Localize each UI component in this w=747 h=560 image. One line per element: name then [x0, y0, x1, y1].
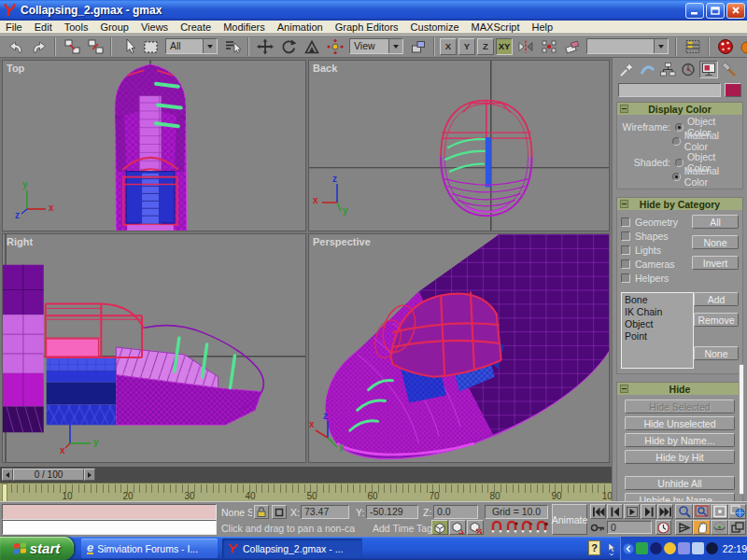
motion-tab-icon[interactable] [679, 61, 698, 78]
zoom-extents-icon[interactable] [711, 504, 728, 519]
maxscript-listener-bottom[interactable] [2, 520, 217, 535]
list-item[interactable]: Point [625, 330, 690, 343]
tray-time[interactable]: 22:19 [723, 543, 747, 554]
shaded-object-color-radio[interactable] [675, 159, 684, 167]
named-selection-dropdown[interactable] [586, 38, 669, 54]
minimize-button[interactable] [685, 3, 704, 19]
shaded-material-color-radio[interactable] [672, 173, 681, 181]
scrollbar-thumb[interactable] [739, 364, 744, 495]
start-button[interactable]: start [0, 537, 74, 560]
snap-magnet-icon-1[interactable] [489, 520, 503, 535]
wireframe-object-color-radio[interactable] [675, 123, 684, 132]
current-frame-field[interactable]: 0 [607, 521, 652, 534]
tray-clock-icon[interactable] [706, 542, 718, 554]
axis-constraint-z-button[interactable]: Z [477, 38, 494, 55]
select-by-name-icon[interactable] [220, 36, 244, 57]
viewport-right-label[interactable]: Right [7, 236, 33, 247]
hide-by-hit-button[interactable]: Hide by Hit [625, 450, 735, 464]
render-icon[interactable] [737, 36, 747, 57]
pan-view-icon[interactable] [693, 520, 711, 535]
menu-modifiers[interactable]: Modifiers [223, 21, 265, 33]
tray-app-icon-1[interactable] [636, 542, 648, 554]
object-color-swatch[interactable] [725, 83, 741, 97]
shapes-checkbox[interactable] [621, 231, 630, 241]
collapse-icon[interactable] [620, 385, 628, 393]
utilities-tab-icon[interactable] [720, 61, 739, 78]
snap-magnet-icon-3[interactable] [519, 520, 533, 535]
tray-chevron-icon[interactable] [623, 543, 634, 554]
menu-create[interactable]: Create [180, 21, 211, 33]
zoom-all-icon[interactable] [693, 504, 711, 519]
viewport-perspective[interactable]: Perspective [308, 233, 610, 463]
helpers-checkbox[interactable] [621, 273, 630, 283]
add-button[interactable]: Add [694, 292, 739, 306]
material-navigator-icon[interactable] [713, 36, 737, 57]
remove-button[interactable]: Remove [694, 313, 739, 327]
menu-customize[interactable]: Customize [411, 21, 459, 33]
use-pivot-center-icon[interactable] [406, 36, 430, 57]
hide-by-category-rollout-header[interactable]: Hide by Category [617, 198, 742, 210]
tray-window-icon[interactable] [692, 542, 704, 554]
select-and-link-icon[interactable] [60, 36, 83, 57]
none-button-2[interactable]: None [694, 346, 739, 360]
tray-network-icon[interactable] [678, 542, 690, 554]
time-slider-track[interactable]: 0 / 100 [0, 467, 612, 483]
time-slider-handle[interactable]: 0 / 100 [13, 469, 84, 481]
menu-graph-editors[interactable]: Graph Editors [335, 21, 399, 33]
field-of-view-icon[interactable] [675, 520, 693, 535]
collapse-icon[interactable] [620, 200, 628, 208]
collapse-icon[interactable] [620, 105, 628, 113]
set-key-icon[interactable] [590, 520, 605, 535]
chevron-down-icon[interactable] [388, 39, 402, 53]
reference-coordinate-dropdown[interactable]: View [349, 38, 403, 54]
menu-group[interactable]: Group [100, 21, 129, 33]
menu-help[interactable]: Help [532, 21, 554, 33]
axis-constraint-x-button[interactable]: X [440, 38, 457, 55]
help-icon[interactable]: ? [588, 540, 600, 555]
unlink-selection-icon[interactable] [83, 36, 106, 57]
list-item[interactable]: IK Chain Object [625, 306, 690, 330]
track-bar-ruler[interactable]: 10 20 30 40 50 60 70 80 90 100 [0, 483, 612, 501]
maxscript-listener-top[interactable] [2, 504, 217, 520]
previous-frame-button[interactable] [607, 504, 623, 519]
axis-constraint-y-button[interactable]: Y [458, 38, 475, 55]
undo-icon[interactable] [4, 36, 27, 57]
wireframe-material-color-radio[interactable] [672, 137, 681, 146]
array-icon[interactable] [537, 36, 560, 57]
unhide-all-button[interactable]: Unhide All [625, 476, 735, 490]
viewport-back-label[interactable]: Back [313, 63, 337, 74]
time-configuration-icon[interactable] [655, 520, 671, 535]
all-button[interactable]: All [692, 215, 739, 229]
chevron-down-icon[interactable] [203, 39, 217, 53]
hide-unselected-button[interactable]: Hide Unselected [625, 416, 735, 430]
close-button[interactable] [726, 3, 745, 19]
select-object-icon[interactable] [116, 36, 139, 57]
menu-tools[interactable]: Tools [64, 21, 89, 33]
viewport-top[interactable]: Top y x [2, 60, 306, 231]
chevron-down-icon[interactable] [654, 39, 668, 53]
select-and-move-icon[interactable] [253, 36, 276, 57]
modify-tab-icon[interactable] [638, 61, 656, 78]
min-max-toggle-icon[interactable] [728, 520, 746, 535]
cameras-checkbox[interactable] [621, 259, 630, 269]
taskbar-item-gmax[interactable]: Collapsing_2.gmax - ... [222, 539, 362, 558]
axis-constraint-xy-button[interactable]: XY [496, 38, 513, 55]
tray-app-icon-2[interactable] [650, 542, 662, 554]
viewport-top-label[interactable]: Top [7, 63, 24, 74]
angle-snap-icon[interactable] [449, 520, 466, 535]
selection-filter-dropdown[interactable]: All [165, 38, 218, 54]
current-frame-caret[interactable] [2, 483, 7, 501]
selection-region-icon[interactable] [139, 36, 162, 57]
next-frame-button-2[interactable] [641, 504, 656, 519]
display-color-rollout-header[interactable]: Display Color [617, 103, 742, 115]
animate-button[interactable]: Animate [552, 504, 587, 535]
prev-frame-button[interactable] [2, 469, 13, 481]
percent-snap-icon[interactable] [467, 520, 484, 535]
menu-maxscript[interactable]: MAXScript [472, 21, 520, 33]
select-and-rotate-icon[interactable] [276, 36, 300, 57]
z-coord-field[interactable]: 0.0 [433, 505, 478, 519]
menu-file[interactable]: File [6, 21, 22, 33]
x-coord-field[interactable]: 73.47 [301, 505, 349, 519]
lights-checkbox[interactable] [621, 245, 630, 255]
play-animation-button[interactable] [624, 504, 640, 519]
